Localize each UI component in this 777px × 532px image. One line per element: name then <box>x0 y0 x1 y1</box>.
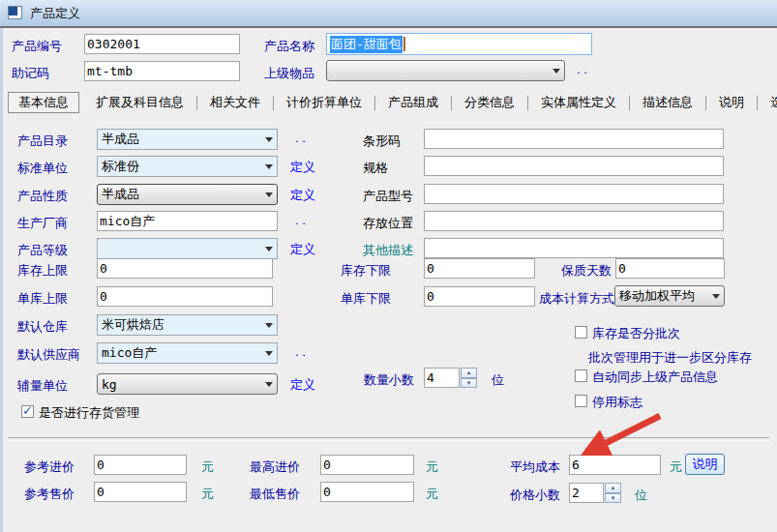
price-decimal-unit: 位 <box>635 487 647 504</box>
barcode-input[interactable] <box>424 129 724 149</box>
manufacturer-label: 生产厂商 <box>17 215 68 232</box>
spec-label: 规格 <box>363 160 388 177</box>
stock-upper-label: 库存上限 <box>17 262 68 280</box>
product-code-input[interactable] <box>84 34 240 54</box>
product-definition-dialog: 产品定义 产品编号 产品名称 面团-甜面包 助记码 上级物品 . . 基本信息 … <box>0 0 777 532</box>
tab-classification[interactable]: 分类信息 <box>452 94 527 111</box>
dropdown-arrow-icon <box>549 69 564 74</box>
max-purchase-label: 最高进价 <box>250 458 300 476</box>
dropdown-arrow-icon <box>261 192 277 197</box>
single-stock-lower-input[interactable] <box>424 286 535 307</box>
standard-unit-define-link[interactable]: 定义 <box>290 159 315 176</box>
sync-parent-checkbox-label: 自动同步上级产品信息 <box>592 369 718 386</box>
aux-unit-dropdown[interactable]: kg <box>97 373 278 395</box>
parent-item-dropdown[interactable] <box>326 60 565 81</box>
default-warehouse-dropdown[interactable]: 米可烘焙店 <box>97 314 278 336</box>
qty-decimal-label: 数量小数 <box>364 371 414 389</box>
ref-sale-label: 参考售价 <box>24 486 75 503</box>
mnemonic-label: 助记码 <box>12 65 49 82</box>
model-input[interactable] <box>424 184 724 204</box>
dropdown-arrow-icon <box>261 137 277 142</box>
tab-description[interactable]: 描述信息 <box>630 94 705 111</box>
tab-product-composition[interactable]: 产品组成 <box>375 94 451 111</box>
inventory-mgmt-checkbox[interactable] <box>21 405 34 418</box>
single-stock-upper-input[interactable] <box>97 286 273 307</box>
product-catalog-browse-link[interactable]: . . <box>295 131 306 145</box>
spinner-up-icon[interactable]: ▲ <box>461 368 477 378</box>
product-name-input[interactable]: 面团-甜面包 <box>326 33 592 55</box>
min-sale-input[interactable] <box>320 482 414 502</box>
dropdown-arrow-icon <box>261 382 277 387</box>
dropdown-arrow-icon <box>261 323 277 328</box>
spinner-up-icon[interactable]: ▲ <box>605 483 621 493</box>
tab-notes[interactable]: 说明 <box>706 94 757 111</box>
text-caret <box>403 37 405 51</box>
ref-purchase-label: 参考进价 <box>24 458 75 476</box>
product-catalog-dropdown[interactable]: 半成品 <box>97 129 278 150</box>
disable-flag-checkbox[interactable] <box>575 395 587 407</box>
avg-cost-label: 平均成本 <box>510 458 560 476</box>
avg-cost-input[interactable] <box>569 455 661 475</box>
batch-checkbox-label: 库存是否分批次 <box>592 325 680 342</box>
tab-basic-info[interactable]: 基本信息 <box>8 92 79 113</box>
parent-item-browse-link[interactable]: . . <box>577 62 587 76</box>
product-nature-label: 产品性质 <box>17 188 68 205</box>
default-supplier-browse-link[interactable]: . . <box>295 344 306 359</box>
location-input[interactable] <box>424 211 724 231</box>
product-nature-define-link[interactable]: 定义 <box>290 187 315 204</box>
default-supplier-dropdown[interactable]: mico自产 <box>97 342 278 364</box>
sync-parent-checkbox[interactable] <box>575 369 587 382</box>
dropdown-arrow-icon <box>261 351 277 356</box>
spinner-down-icon[interactable]: ▼ <box>605 493 621 504</box>
product-grade-define-link[interactable]: 定义 <box>290 241 315 258</box>
batch-checkbox[interactable] <box>575 326 587 339</box>
product-grade-dropdown[interactable] <box>97 238 278 259</box>
tab-related-files[interactable]: 相关文件 <box>197 94 273 111</box>
title-bar[interactable]: 产品定义 <box>0 0 777 28</box>
price-decimal-input[interactable] <box>569 483 604 503</box>
qty-decimal-stepper[interactable]: ▲ ▼ <box>461 368 477 388</box>
other-desc-input[interactable] <box>424 238 724 258</box>
max-purchase-input[interactable] <box>320 455 414 475</box>
aux-unit-label: 辅量单位 <box>17 377 68 395</box>
stock-lower-input[interactable] <box>424 258 535 279</box>
aux-unit-define-link[interactable]: 定义 <box>290 376 315 394</box>
shelf-days-input[interactable] <box>615 258 725 279</box>
standard-unit-dropdown[interactable]: 标准份 <box>97 156 278 177</box>
batch-hint-text: 批次管理用于进一步区分库存 <box>588 349 752 367</box>
mnemonic-input[interactable] <box>84 61 240 81</box>
standard-unit-label: 标准单位 <box>17 160 68 177</box>
min-sale-unit: 元 <box>426 486 438 503</box>
single-stock-upper-label: 单库上限 <box>17 290 68 308</box>
location-label: 存放位置 <box>363 215 413 232</box>
product-nature-dropdown[interactable]: 半成品 <box>97 184 278 205</box>
shelf-days-label: 保质天数 <box>561 262 612 280</box>
tab-options[interactable]: 选项 <box>758 94 777 111</box>
disable-flag-checkbox-label: 停用标志 <box>592 394 643 411</box>
window-frame-left <box>0 28 3 532</box>
manufacturer-browse-link[interactable]: . . <box>295 213 306 227</box>
dropdown-arrow-icon <box>261 164 277 169</box>
tab-unit-conversion[interactable]: 计价折算单位 <box>274 94 374 111</box>
window-icon <box>8 6 22 19</box>
manufacturer-input[interactable] <box>97 211 278 231</box>
ref-purchase-input[interactable] <box>94 455 187 475</box>
inventory-mgmt-checkbox-label: 是否进行存货管理 <box>39 404 139 422</box>
tab-extended-info[interactable]: 扩展及科目信息 <box>83 94 196 111</box>
spec-input[interactable] <box>424 156 724 176</box>
ref-sale-input[interactable] <box>94 482 187 502</box>
avg-cost-unit: 元 <box>670 458 682 476</box>
cost-method-dropdown[interactable]: 移动加权平均 <box>614 285 725 307</box>
cost-method-label: 成本计算方式 <box>539 290 614 308</box>
tab-entity-attributes[interactable]: 实体属性定义 <box>528 94 629 111</box>
min-sale-label: 最低售价 <box>250 486 300 503</box>
product-grade-label: 产品等级 <box>17 242 68 259</box>
spinner-down-icon[interactable]: ▼ <box>461 378 477 389</box>
single-stock-lower-label: 单库下限 <box>341 290 391 308</box>
explain-button[interactable]: 说明 <box>685 454 725 475</box>
qty-decimal-input[interactable] <box>424 368 460 388</box>
price-decimal-stepper[interactable]: ▲ ▼ <box>605 483 621 503</box>
product-name-label: 产品名称 <box>264 38 314 55</box>
default-warehouse-label: 默认仓库 <box>17 318 68 336</box>
stock-upper-input[interactable] <box>97 258 273 279</box>
